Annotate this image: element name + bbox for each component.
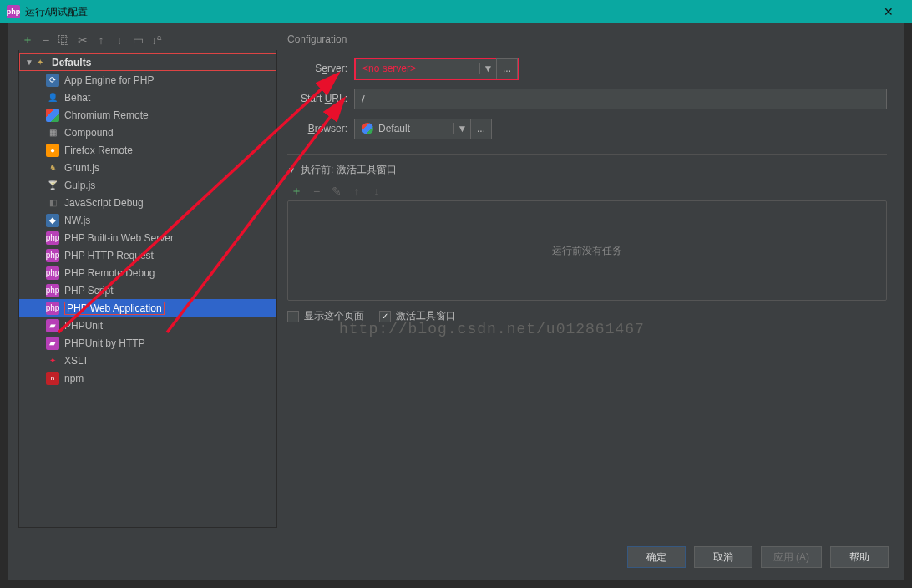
checkbox-checked-icon: ✓ — [379, 311, 391, 322]
start-url-label: Start URL: — [287, 93, 354, 104]
remove-icon[interactable]: − — [311, 185, 322, 197]
checkbox-unchecked-icon — [287, 311, 299, 322]
server-combo[interactable]: <no server> ▼ — [355, 58, 497, 79]
tree-item[interactable]: ●Chromium Remote — [19, 106, 276, 124]
npm-icon: n — [46, 372, 59, 385]
php-icon: php — [46, 266, 59, 280]
tree-item[interactable]: nnpm — [19, 369, 276, 387]
js-debug-icon: ◧ — [46, 196, 59, 210]
before-launch-toolbar: ＋ − ✎ ↑ ↓ — [287, 182, 887, 200]
php-icon: php — [46, 249, 59, 262]
tree-item[interactable]: ♞Grunt.js — [19, 159, 276, 176]
folder-icon[interactable]: ▭ — [132, 34, 144, 46]
tree-item[interactable]: phpPHP HTTP Request — [19, 246, 276, 264]
separator — [287, 154, 887, 155]
chrome-icon: ● — [362, 123, 373, 134]
add-icon[interactable]: ＋ — [22, 34, 33, 46]
tree-item[interactable]: ◧JavaScript Debug — [19, 194, 276, 211]
tree-item[interactable]: ▦Compound — [19, 124, 276, 141]
php-icon: php — [46, 231, 59, 245]
tree-item[interactable]: phpPHP Script — [19, 281, 276, 299]
gulp-icon: 🍸 — [46, 179, 59, 192]
add-icon[interactable]: ＋ — [291, 185, 302, 197]
tree-item[interactable]: phpPHP Remote Debug — [19, 264, 276, 281]
empty-tasks-label: 运行前没有任务 — [552, 244, 622, 258]
phpunit-icon: ▰ — [46, 319, 59, 332]
tree-toolbar: ＋ − ⿻ ✂ ↑ ↓ ▭ ↓ª — [18, 30, 277, 50]
tree-item[interactable]: ⟳App Engine for PHP — [19, 71, 276, 89]
start-url-input[interactable] — [354, 89, 887, 109]
tree-item[interactable]: phpPHP Built-in Web Server — [19, 229, 276, 246]
defaults-label: Defaults — [52, 57, 91, 68]
tree-twisty-icon[interactable]: ▼ — [25, 58, 33, 67]
down-icon[interactable]: ↓ — [114, 34, 125, 46]
cancel-button[interactable]: 取消 — [694, 546, 752, 568]
tree-item[interactable]: ◆NW.js — [19, 211, 276, 229]
compound-icon: ▦ — [46, 126, 59, 139]
left-pane: ＋ − ⿻ ✂ ↑ ↓ ▭ ↓ª ▼ ✦ Defaults ⟳App Engin… — [18, 30, 277, 528]
tree-item[interactable]: ●Firefox Remote — [19, 141, 276, 159]
browser-row: Browser: ●Default ▼ ... — [287, 115, 887, 142]
server-ellipsis-button[interactable]: ... — [496, 58, 518, 79]
before-launch-tasks-box[interactable]: 运行前没有任务 — [287, 200, 887, 301]
tree-item[interactable]: ▰PHPUnit by HTTP — [19, 334, 276, 352]
tree-item[interactable]: 🍸Gulp.js — [19, 176, 276, 194]
apply-button[interactable]: 应用 (A) — [761, 546, 822, 568]
tree-item[interactable]: ▰PHPUnit — [19, 317, 276, 334]
titlebar: php 运行/调试配置 ✕ — [0, 0, 912, 23]
combo-arrow-icon[interactable]: ▼ — [453, 123, 470, 134]
grunt-icon: ♞ — [46, 161, 59, 175]
window-title: 运行/调试配置 — [25, 5, 88, 19]
dialog-footer: 确定 取消 应用 (A) 帮助 — [8, 535, 904, 580]
tree-item-selected[interactable]: phpPHP Web Application — [19, 299, 276, 317]
activate-window-checkbox[interactable]: ✓ 激活工具窗口 — [379, 309, 456, 323]
xslt-icon: ✦ — [46, 354, 59, 368]
collapse-icon[interactable]: ▼ — [287, 165, 296, 175]
firefox-icon: ● — [46, 144, 59, 157]
appengine-icon: ⟳ — [46, 74, 59, 87]
ok-button[interactable]: 确定 — [627, 546, 686, 568]
configuration-title: Configuration — [287, 33, 887, 45]
config-tree[interactable]: ▼ ✦ Defaults ⟳App Engine for PHP 👤Behat … — [18, 50, 277, 528]
settings-icon[interactable]: ✂ — [77, 34, 89, 46]
start-url-row: Start URL: — [287, 85, 887, 112]
server-row: Server: <no server> ▼ ... — [287, 55, 887, 82]
chrome-icon: ● — [46, 109, 59, 122]
show-page-checkbox[interactable]: 显示这个页面 — [287, 309, 364, 323]
tree-item[interactable]: ✦XSLT — [19, 352, 276, 369]
behat-icon: 👤 — [46, 91, 59, 104]
combo-arrow-icon[interactable]: ▼ — [479, 63, 496, 74]
remove-icon[interactable]: − — [40, 34, 52, 46]
help-button[interactable]: 帮助 — [830, 546, 889, 568]
tree-item[interactable]: 👤Behat — [19, 89, 276, 106]
browser-value: ●Default — [355, 123, 453, 134]
php-icon: php — [46, 302, 59, 315]
right-pane: Configuration Server: <no server> ▼ ... … — [287, 30, 894, 528]
tree-defaults[interactable]: ▼ ✦ Defaults — [19, 53, 276, 71]
php-icon: php — [46, 284, 59, 297]
server-label: Server: — [287, 63, 354, 74]
browser-ellipsis-button[interactable]: ... — [470, 119, 492, 139]
up-icon[interactable]: ↑ — [351, 185, 362, 197]
phpunit-http-icon: ▰ — [46, 337, 59, 350]
browser-label: Browser: — [287, 123, 354, 134]
down-icon[interactable]: ↓ — [371, 185, 383, 197]
up-icon[interactable]: ↑ — [95, 34, 107, 46]
before-launch-header[interactable]: ▼ 执行前: 激活工具窗口 — [287, 163, 887, 177]
app-icon: php — [7, 5, 20, 18]
copy-icon[interactable]: ⿻ — [58, 34, 70, 46]
edit-icon[interactable]: ✎ — [331, 185, 342, 197]
wrench-icon: ✦ — [33, 56, 47, 69]
server-value: <no server> — [356, 63, 479, 74]
checkbox-row: 显示这个页面 ✓ 激活工具窗口 — [287, 309, 887, 323]
browser-combo[interactable]: ●Default ▼ — [354, 119, 471, 139]
nwjs-icon: ◆ — [46, 214, 59, 227]
sort-icon[interactable]: ↓ª — [150, 34, 162, 46]
close-window-button[interactable]: ✕ — [872, 0, 905, 23]
dialog: ＋ − ⿻ ✂ ↑ ↓ ▭ ↓ª ▼ ✦ Defaults ⟳App Engin… — [8, 23, 904, 580]
